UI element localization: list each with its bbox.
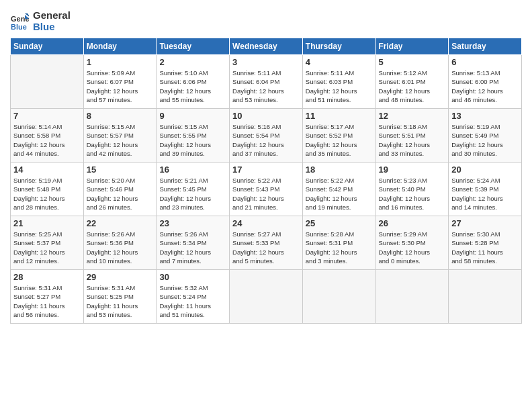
day-info: Sunrise: 5:10 AM Sunset: 6:06 PM Dayligh…	[159, 68, 226, 104]
week-row-5: 28Sunrise: 5:31 AM Sunset: 5:27 PM Dayli…	[11, 270, 522, 324]
header-cell-saturday: Saturday	[449, 38, 522, 55]
day-info: Sunrise: 5:19 AM Sunset: 5:48 PM Dayligh…	[13, 176, 81, 212]
week-row-1: 1Sunrise: 5:09 AM Sunset: 6:07 PM Daylig…	[11, 55, 522, 109]
day-number: 13	[451, 111, 519, 121]
day-cell: 14Sunrise: 5:19 AM Sunset: 5:48 PM Dayli…	[11, 163, 84, 216]
day-info: Sunrise: 5:11 AM Sunset: 6:04 PM Dayligh…	[232, 68, 300, 104]
day-info: Sunrise: 5:30 AM Sunset: 5:28 PM Dayligh…	[451, 230, 519, 265]
calendar-table: SundayMondayTuesdayWednesdayThursdayFrid…	[10, 38, 522, 324]
day-cell: 2Sunrise: 5:10 AM Sunset: 6:06 PM Daylig…	[157, 55, 230, 109]
day-number: 5	[379, 57, 446, 67]
week-row-3: 14Sunrise: 5:19 AM Sunset: 5:48 PM Dayli…	[11, 163, 522, 216]
logo: General Blue General Blue	[10, 10, 71, 32]
day-number: 23	[159, 218, 226, 228]
day-info: Sunrise: 5:21 AM Sunset: 5:45 PM Dayligh…	[159, 176, 226, 212]
svg-text:Blue: Blue	[11, 23, 27, 31]
day-info: Sunrise: 5:28 AM Sunset: 5:31 PM Dayligh…	[306, 230, 373, 265]
day-number: 27	[451, 218, 519, 228]
day-info: Sunrise: 5:32 AM Sunset: 5:24 PM Dayligh…	[159, 283, 226, 319]
day-number: 14	[13, 165, 81, 175]
day-number: 3	[232, 57, 300, 67]
day-number: 16	[159, 165, 226, 175]
day-cell: 23Sunrise: 5:26 AM Sunset: 5:34 PM Dayli…	[157, 216, 230, 270]
day-cell	[449, 270, 522, 324]
day-number: 2	[159, 57, 226, 67]
day-number: 25	[306, 218, 373, 228]
day-cell: 24Sunrise: 5:27 AM Sunset: 5:33 PM Dayli…	[230, 216, 303, 270]
day-info: Sunrise: 5:15 AM Sunset: 5:57 PM Dayligh…	[87, 122, 154, 158]
calendar-container: General Blue General Blue SundayMondayTu…	[0, 0, 532, 330]
header-cell-wednesday: Wednesday	[230, 38, 303, 55]
day-info: Sunrise: 5:20 AM Sunset: 5:46 PM Dayligh…	[87, 176, 154, 212]
day-number: 24	[232, 218, 300, 228]
day-number: 18	[306, 165, 373, 175]
day-cell: 26Sunrise: 5:29 AM Sunset: 5:30 PM Dayli…	[375, 216, 449, 270]
day-cell: 18Sunrise: 5:22 AM Sunset: 5:42 PM Dayli…	[302, 163, 375, 216]
day-info: Sunrise: 5:17 AM Sunset: 5:52 PM Dayligh…	[306, 122, 373, 158]
day-info: Sunrise: 5:26 AM Sunset: 5:34 PM Dayligh…	[159, 230, 226, 265]
day-info: Sunrise: 5:22 AM Sunset: 5:43 PM Dayligh…	[232, 176, 300, 212]
day-number: 4	[306, 57, 373, 67]
day-number: 30	[159, 272, 226, 282]
day-cell: 27Sunrise: 5:30 AM Sunset: 5:28 PM Dayli…	[449, 216, 522, 270]
day-cell	[375, 270, 449, 324]
day-number: 29	[87, 272, 154, 282]
day-info: Sunrise: 5:24 AM Sunset: 5:39 PM Dayligh…	[451, 176, 519, 212]
logo-line1: General	[33, 10, 71, 21]
day-number: 6	[451, 57, 519, 67]
day-cell: 10Sunrise: 5:16 AM Sunset: 5:54 PM Dayli…	[230, 109, 303, 163]
header-cell-sunday: Sunday	[11, 38, 84, 55]
week-row-4: 21Sunrise: 5:25 AM Sunset: 5:37 PM Dayli…	[11, 216, 522, 270]
day-cell: 16Sunrise: 5:21 AM Sunset: 5:45 PM Dayli…	[157, 163, 230, 216]
day-number: 8	[87, 111, 154, 121]
day-cell: 25Sunrise: 5:28 AM Sunset: 5:31 PM Dayli…	[302, 216, 375, 270]
day-info: Sunrise: 5:25 AM Sunset: 5:37 PM Dayligh…	[13, 230, 81, 265]
day-number: 10	[232, 111, 300, 121]
day-cell: 28Sunrise: 5:31 AM Sunset: 5:27 PM Dayli…	[11, 270, 84, 324]
day-info: Sunrise: 5:09 AM Sunset: 6:07 PM Dayligh…	[87, 68, 154, 104]
day-info: Sunrise: 5:13 AM Sunset: 6:00 PM Dayligh…	[451, 68, 519, 104]
day-info: Sunrise: 5:31 AM Sunset: 5:27 PM Dayligh…	[13, 283, 81, 319]
day-cell: 30Sunrise: 5:32 AM Sunset: 5:24 PM Dayli…	[157, 270, 230, 324]
day-cell: 21Sunrise: 5:25 AM Sunset: 5:37 PM Dayli…	[11, 216, 84, 270]
day-cell: 9Sunrise: 5:15 AM Sunset: 5:55 PM Daylig…	[157, 109, 230, 163]
day-cell	[11, 55, 84, 109]
day-info: Sunrise: 5:14 AM Sunset: 5:58 PM Dayligh…	[13, 122, 81, 158]
header-cell-tuesday: Tuesday	[157, 38, 230, 55]
day-info: Sunrise: 5:31 AM Sunset: 5:25 PM Dayligh…	[87, 283, 154, 319]
day-info: Sunrise: 5:18 AM Sunset: 5:51 PM Dayligh…	[379, 122, 446, 158]
day-cell: 12Sunrise: 5:18 AM Sunset: 5:51 PM Dayli…	[375, 109, 449, 163]
day-cell: 15Sunrise: 5:20 AM Sunset: 5:46 PM Dayli…	[83, 163, 157, 216]
day-cell: 1Sunrise: 5:09 AM Sunset: 6:07 PM Daylig…	[83, 55, 157, 109]
day-cell: 17Sunrise: 5:22 AM Sunset: 5:43 PM Dayli…	[230, 163, 303, 216]
day-cell: 20Sunrise: 5:24 AM Sunset: 5:39 PM Dayli…	[449, 163, 522, 216]
day-number: 26	[379, 218, 446, 228]
day-cell: 19Sunrise: 5:23 AM Sunset: 5:40 PM Dayli…	[375, 163, 449, 216]
day-cell: 3Sunrise: 5:11 AM Sunset: 6:04 PM Daylig…	[230, 55, 303, 109]
day-info: Sunrise: 5:29 AM Sunset: 5:30 PM Dayligh…	[379, 230, 446, 265]
day-info: Sunrise: 5:11 AM Sunset: 6:03 PM Dayligh…	[306, 68, 373, 104]
day-number: 11	[306, 111, 373, 121]
header-cell-monday: Monday	[83, 38, 157, 55]
day-cell: 4Sunrise: 5:11 AM Sunset: 6:03 PM Daylig…	[302, 55, 375, 109]
day-number: 15	[87, 165, 154, 175]
day-number: 12	[379, 111, 446, 121]
day-info: Sunrise: 5:23 AM Sunset: 5:40 PM Dayligh…	[379, 176, 446, 212]
day-number: 1	[87, 57, 154, 67]
day-cell	[302, 270, 375, 324]
day-number: 19	[379, 165, 446, 175]
day-cell: 5Sunrise: 5:12 AM Sunset: 6:01 PM Daylig…	[375, 55, 449, 109]
day-info: Sunrise: 5:16 AM Sunset: 5:54 PM Dayligh…	[232, 122, 300, 158]
day-cell: 11Sunrise: 5:17 AM Sunset: 5:52 PM Dayli…	[302, 109, 375, 163]
day-number: 17	[232, 165, 300, 175]
week-row-2: 7Sunrise: 5:14 AM Sunset: 5:58 PM Daylig…	[11, 109, 522, 163]
header-cell-thursday: Thursday	[302, 38, 375, 55]
logo-icon: General Blue	[10, 12, 29, 31]
day-cell: 22Sunrise: 5:26 AM Sunset: 5:36 PM Dayli…	[83, 216, 157, 270]
day-info: Sunrise: 5:19 AM Sunset: 5:49 PM Dayligh…	[451, 122, 519, 158]
day-cell: 29Sunrise: 5:31 AM Sunset: 5:25 PM Dayli…	[83, 270, 157, 324]
day-number: 21	[13, 218, 81, 228]
day-cell: 8Sunrise: 5:15 AM Sunset: 5:57 PM Daylig…	[83, 109, 157, 163]
day-info: Sunrise: 5:22 AM Sunset: 5:42 PM Dayligh…	[306, 176, 373, 212]
day-cell: 13Sunrise: 5:19 AM Sunset: 5:49 PM Dayli…	[449, 109, 522, 163]
